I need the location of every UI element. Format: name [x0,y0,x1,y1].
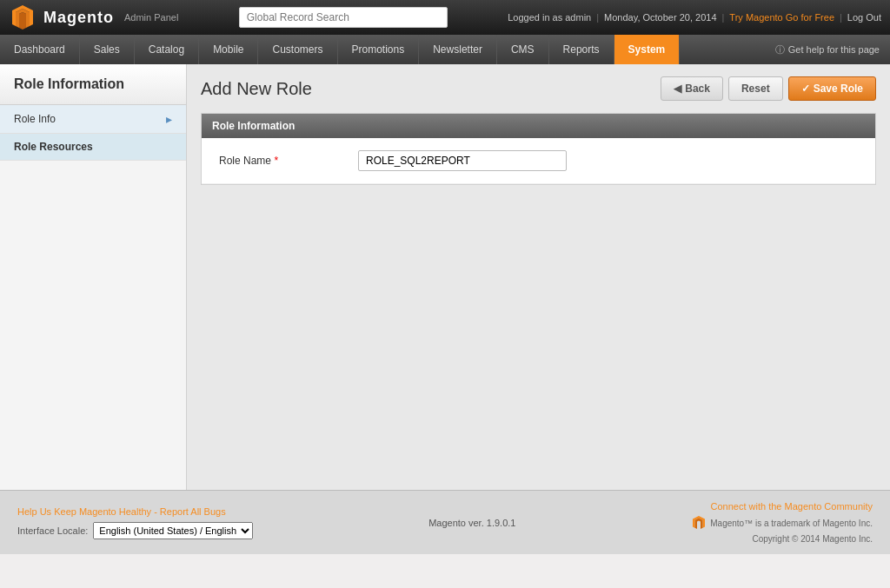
svg-marker-2 [19,12,26,30]
top-right-info: Logged in as admin | Monday, October 20,… [508,12,881,23]
logout-link[interactable]: Log Out [847,12,881,23]
nav-item-cms[interactable]: CMS [497,35,549,64]
nav-item-catalog[interactable]: Catalog [135,35,199,64]
sidebar-title: Role Information [0,64,186,105]
nav-item-reports[interactable]: Reports [549,35,614,64]
back-arrow-icon: ◀ [674,83,681,95]
help-label[interactable]: Get help for this page [788,44,880,55]
trademark-text: Magento™ is a trademark of Magento Inc. [691,515,873,531]
nav-item-newsletter[interactable]: Newsletter [419,35,497,64]
community-link[interactable]: Connect with the Magento Community [711,501,873,512]
logo-text: Magento [43,9,114,27]
required-star: * [274,155,278,167]
sidebar-item-role-resources[interactable]: Role Resources [0,134,186,161]
try-magento-link[interactable]: Try Magento Go for Free [729,12,834,23]
page-title: Add New Role [201,79,312,99]
search-input[interactable] [239,7,448,28]
arrow-icon: ▸ [166,112,172,126]
sidebar-role-resources-label: Role Resources [14,141,93,153]
logo-sub: Admin Panel [124,12,178,23]
role-name-row: Role Name * [202,138,875,184]
save-role-button[interactable]: ✓ Save Role [788,76,876,101]
back-button[interactable]: ◀ Back [661,76,723,101]
reset-label: Reset [741,83,770,95]
footer: Help Us Keep Magento Healthy - Report Al… [0,490,890,554]
nav-item-promotions[interactable]: Promotions [338,35,420,64]
nav-item-sales[interactable]: Sales [80,35,135,64]
report-bugs-link[interactable]: Help Us Keep Magento Healthy - Report Al… [17,506,253,517]
action-buttons: ◀ Back Reset ✓ Save Role [661,76,876,101]
trademark-label: Magento™ is a trademark of Magento Inc. [710,519,873,528]
role-name-label: Role Name * [219,155,358,167]
logo-area: Magento Admin Panel [9,3,178,31]
save-circle-icon: ✓ [801,83,810,95]
date-text: Monday, October 20, 2014 [604,12,716,23]
copyright-text: Copyright © 2014 Magento Inc. [752,534,873,544]
magento-small-logo-icon [691,515,707,531]
role-name-input[interactable] [358,150,567,171]
nav-item-customers[interactable]: Customers [258,35,337,64]
footer-locale: Interface Locale: English (United States… [17,522,253,539]
sidebar: Role Information Role Info ▸ Role Resour… [0,64,187,490]
page-header: Add New Role ◀ Back Reset ✓ Save Role [201,76,876,101]
form-section-header: Role Information [202,114,875,138]
footer-version: Magento ver. 1.9.0.1 [428,518,515,528]
page-container: Role Information Role Info ▸ Role Resour… [0,64,890,490]
nav-bar: Dashboard Sales Catalog Mobile Customers… [0,35,890,64]
svg-marker-4 [695,519,703,530]
nav-item-dashboard[interactable]: Dashboard [0,35,80,64]
svg-marker-3 [693,516,705,528]
locale-select[interactable]: English (United States) / English [93,522,253,539]
role-name-input-wrapper[interactable] [358,150,567,171]
reset-button[interactable]: Reset [728,76,783,101]
back-label: Back [685,83,710,95]
footer-right: Connect with the Magento Community Magen… [691,501,873,544]
magento-logo-icon [9,3,37,31]
top-bar: Magento Admin Panel Logged in as admin |… [0,0,890,35]
nav-help: ⓘ Get help for this page [765,35,890,64]
locale-label: Interface Locale: [17,525,88,536]
help-circle-icon: ⓘ [775,43,785,56]
main-content: Add New Role ◀ Back Reset ✓ Save Role Ro… [187,64,890,490]
save-label: Save Role [814,83,863,95]
footer-left: Help Us Keep Magento Healthy - Report Al… [17,506,253,539]
sidebar-role-info-label: Role Info [14,113,56,125]
logged-in-text: Logged in as admin [508,12,591,23]
nav-item-mobile[interactable]: Mobile [199,35,258,64]
sidebar-item-role-info[interactable]: Role Info ▸ [0,105,186,134]
search-area[interactable] [239,7,448,28]
form-section: Role Information Role Name * [201,113,876,185]
nav-item-system[interactable]: System [614,35,681,64]
